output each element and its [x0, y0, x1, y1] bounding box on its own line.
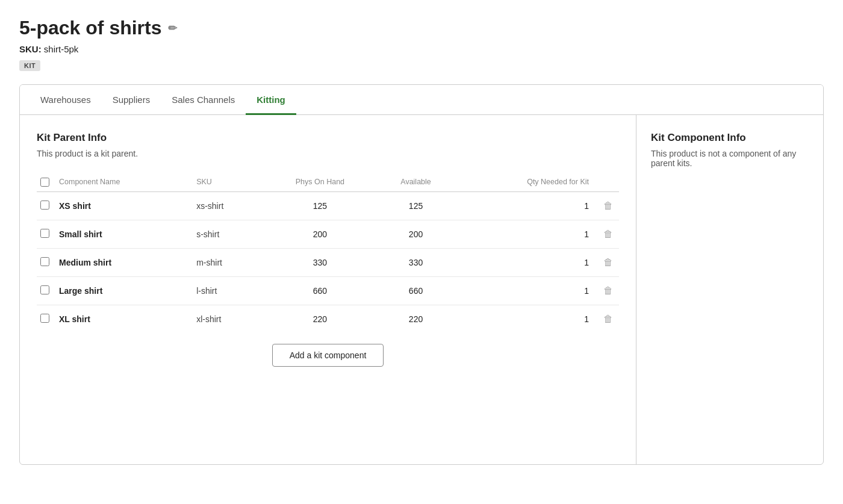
row-checkbox-4[interactable]: [40, 314, 49, 323]
row-component-name: XS shirt: [55, 191, 193, 220]
row-sku: xs-shirt: [193, 191, 264, 220]
add-kit-component-button[interactable]: Add a kit component: [272, 344, 384, 367]
select-all-checkbox[interactable]: [40, 178, 49, 187]
table-row: Small shirt s-shirt 200 200 1 🗑: [37, 220, 619, 248]
row-available: 330: [378, 248, 456, 276]
kit-badge: KIT: [19, 60, 40, 71]
row-qty-needed: 1: [456, 276, 595, 305]
col-available: Available: [378, 173, 456, 192]
row-component-name: XL shirt: [55, 305, 193, 333]
row-component-name: Medium shirt: [55, 248, 193, 276]
kit-parent-title: Kit Parent Info: [37, 132, 619, 144]
kit-component-subtitle: This product is not a component of any p…: [651, 149, 809, 168]
product-title: 5-pack of shirts ✏: [19, 17, 824, 39]
col-phys-on-hand: Phys On Hand: [264, 173, 378, 192]
row-checkbox-3[interactable]: [40, 285, 49, 294]
row-sku: l-shirt: [193, 276, 264, 305]
row-component-name: Large shirt: [55, 276, 193, 305]
row-phys-on-hand: 125: [264, 191, 378, 220]
tab-bar: Warehouses Suppliers Sales Channels Kitt…: [20, 85, 823, 115]
sku-label: SKU:: [19, 44, 42, 54]
add-button-row: Add a kit component: [37, 344, 619, 367]
row-delete-cell: 🗑: [595, 248, 619, 276]
row-checkbox-2[interactable]: [40, 257, 49, 266]
delete-icon[interactable]: 🗑: [603, 257, 613, 267]
row-sku: xl-shirt: [193, 305, 264, 333]
header-checkbox-col: [37, 173, 55, 192]
row-checkbox-cell: [37, 220, 55, 248]
row-delete-cell: 🗑: [595, 305, 619, 333]
kit-component-title: Kit Component Info: [651, 132, 809, 144]
delete-icon[interactable]: 🗑: [603, 314, 613, 324]
row-checkbox-1[interactable]: [40, 229, 49, 238]
table-row: Large shirt l-shirt 660 660 1 🗑: [37, 276, 619, 305]
row-phys-on-hand: 330: [264, 248, 378, 276]
row-checkbox-cell: [37, 191, 55, 220]
table-row: XS shirt xs-shirt 125 125 1 🗑: [37, 191, 619, 220]
sku-line: SKU: shirt-5pk: [19, 44, 824, 54]
edit-icon[interactable]: ✏: [168, 22, 177, 35]
row-checkbox-cell: [37, 248, 55, 276]
row-component-name: Small shirt: [55, 220, 193, 248]
row-checkbox-cell: [37, 276, 55, 305]
col-component-name: Component Name: [55, 173, 193, 192]
table-row: Medium shirt m-shirt 330 330 1 🗑: [37, 248, 619, 276]
card-body: Kit Parent Info This product is a kit pa…: [20, 115, 823, 464]
row-checkbox-0[interactable]: [40, 201, 49, 210]
row-available: 200: [378, 220, 456, 248]
tab-kitting[interactable]: Kitting: [246, 85, 296, 115]
row-delete-cell: 🗑: [595, 276, 619, 305]
col-qty-needed: Qty Needed for Kit: [456, 173, 595, 192]
row-available: 660: [378, 276, 456, 305]
col-actions: [595, 173, 619, 192]
row-qty-needed: 1: [456, 248, 595, 276]
table-row: XL shirt xl-shirt 220 220 1 🗑: [37, 305, 619, 333]
row-checkbox-cell: [37, 305, 55, 333]
col-sku: SKU: [193, 173, 264, 192]
delete-icon[interactable]: 🗑: [603, 229, 613, 239]
row-available: 220: [378, 305, 456, 333]
row-phys-on-hand: 200: [264, 220, 378, 248]
tab-suppliers[interactable]: Suppliers: [102, 85, 161, 115]
row-phys-on-hand: 220: [264, 305, 378, 333]
delete-icon[interactable]: 🗑: [603, 201, 613, 211]
tab-warehouses[interactable]: Warehouses: [30, 85, 102, 115]
kit-parent-section: Kit Parent Info This product is a kit pa…: [20, 115, 636, 464]
tab-sales-channels[interactable]: Sales Channels: [161, 85, 246, 115]
main-card: Warehouses Suppliers Sales Channels Kitt…: [19, 84, 824, 465]
components-table: Component Name SKU Phys On Hand Availabl…: [37, 173, 619, 333]
row-qty-needed: 1: [456, 191, 595, 220]
delete-icon[interactable]: 🗑: [603, 285, 613, 296]
kit-parent-subtitle: This product is a kit parent.: [37, 149, 619, 158]
row-sku: s-shirt: [193, 220, 264, 248]
row-delete-cell: 🗑: [595, 220, 619, 248]
product-title-text: 5-pack of shirts: [19, 17, 162, 39]
row-delete-cell: 🗑: [595, 191, 619, 220]
row-qty-needed: 1: [456, 305, 595, 333]
kit-component-section: Kit Component Info This product is not a…: [636, 115, 823, 464]
sku-value: shirt-5pk: [44, 44, 79, 54]
row-phys-on-hand: 660: [264, 276, 378, 305]
row-qty-needed: 1: [456, 220, 595, 248]
row-available: 125: [378, 191, 456, 220]
row-sku: m-shirt: [193, 248, 264, 276]
